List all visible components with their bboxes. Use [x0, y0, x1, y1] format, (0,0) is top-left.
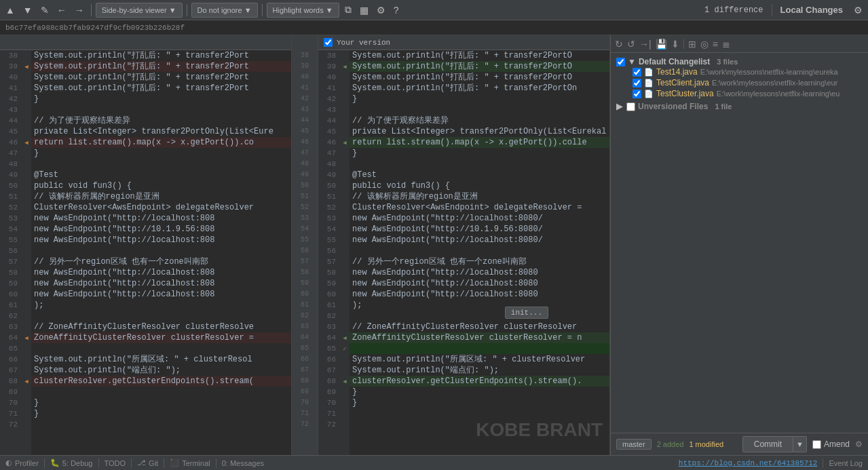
rp-undo-btn[interactable]: ↺	[626, 37, 637, 51]
help-icon-btn[interactable]: ?	[391, 4, 402, 16]
rp-save-btn[interactable]: 💾	[654, 37, 668, 51]
commit-btn-group: Commit ▼	[742, 436, 807, 452]
right-panel-checkbox[interactable]	[324, 38, 333, 47]
changelist-checkbox[interactable]	[616, 58, 625, 66]
unversioned-header[interactable]: ▶ Unversioned Files 1 file	[616, 102, 863, 111]
default-changelist-section: ▼ Default Changelist 3 files 📄 Test14.ja…	[611, 56, 868, 100]
nav-back-btn[interactable]: ←	[54, 4, 69, 16]
right-panel-header: Your version	[318, 35, 609, 50]
file2-checkbox[interactable]	[633, 79, 641, 87]
main-content: 3839404142434445464748495051525354555657…	[0, 35, 868, 455]
rp-lines1-btn[interactable]: ≡	[711, 37, 719, 51]
git-added-status: 2 added	[657, 440, 684, 448]
sb-sep4	[164, 458, 164, 468]
center-line-numbers: 3839404142434445464748495051525354555657…	[291, 35, 318, 455]
filter-icon-btn[interactable]: ⧉	[342, 3, 354, 16]
profiler-label: Profiler	[15, 459, 39, 467]
debug-btn[interactable]: 🐛 5: Debug	[50, 458, 93, 467]
url-link[interactable]: https://blog.csdn.net/641385712	[679, 459, 818, 467]
viewer-label: Side-by-side viewer	[102, 6, 167, 14]
file3-checkbox[interactable]	[633, 90, 641, 98]
default-changelist-header[interactable]: ▼ Default Changelist 3 files	[616, 57, 863, 66]
sep4	[772, 4, 772, 16]
settings-icon-btn[interactable]: ⚙	[374, 4, 388, 16]
unversioned-label: Unversioned Files	[638, 102, 708, 111]
profiler-icon: ◐	[5, 458, 12, 467]
profiler-btn[interactable]: ◐ Profiler	[5, 458, 39, 467]
highlight-dropdown-btn[interactable]: Highlight words ▼	[267, 3, 339, 18]
debug-label: 5: Debug	[62, 459, 93, 467]
local-changes-panel: ↻ ↺ →| 💾 ⬇ ⊞ ◎ ≡ ≣ ▼ Default Changelist …	[610, 35, 868, 455]
list-item[interactable]: 📄 Test14.java E:\work\mylessons\netflix-…	[627, 66, 863, 77]
status-bar: ◐ Profiler 🐛 5: Debug TODO ⎇ Git ⬛ Termi…	[0, 455, 868, 470]
unversioned-section: ▶ Unversioned Files 1 file	[611, 100, 868, 113]
file-path: b6c77efa988c8b7fab9247df9cfb0923b226b28f	[5, 24, 185, 32]
rp-eye-btn[interactable]: ◎	[699, 37, 710, 51]
changelist-files: 📄 Test14.java E:\work\mylessons\netflix-…	[616, 66, 863, 99]
nav-forward-btn[interactable]: →	[72, 4, 87, 16]
debug-icon: 🐛	[50, 458, 60, 467]
list-item[interactable]: 📄 TestClient.java E:\work\mylessons\netf…	[627, 77, 863, 88]
right-panel-toolbar: ↻ ↺ →| 💾 ⬇ ⊞ ◎ ≡ ≣	[611, 35, 868, 53]
rp-move-btn[interactable]: →|	[638, 37, 653, 51]
left-panel-header	[0, 35, 291, 50]
layout-icon-btn[interactable]: ▦	[357, 4, 371, 16]
sep2	[187, 4, 187, 16]
event-log-label: Event Log	[829, 459, 863, 467]
file1-path: E:\work\mylessons\netflix-learning\eurek…	[700, 68, 838, 76]
unversioned-checkbox[interactable]	[626, 102, 635, 111]
right-code-col: System.out.println("打乱后: " + transfer2Po…	[350, 50, 609, 455]
file3-path: E:\work\mylessons\netflix-learning\eu	[717, 90, 840, 98]
right-gutter: ◀◀◀✓◀	[340, 50, 350, 455]
java-file-icon: 📄	[644, 79, 654, 87]
ignore-chevron-icon: ▼	[244, 6, 252, 14]
main-toolbar: ▲ ▼ ✎ ← → Side-by-side viewer ▼ Do not i…	[0, 0, 868, 20]
git-btn[interactable]: ⎇ Git	[137, 458, 158, 467]
commit-button[interactable]: Commit	[742, 436, 793, 452]
file-header: b6c77efa988c8b7fab9247df9cfb0923b226b28f	[0, 20, 868, 35]
messages-label: 0: Messages	[222, 459, 264, 467]
terminal-btn[interactable]: ⬛ Terminal	[170, 458, 210, 467]
commit-dropdown-btn[interactable]: ▼	[793, 436, 807, 452]
right-code-area[interactable]: 3839404142434445464748495051525354555657…	[318, 50, 609, 455]
rp-sep1	[683, 39, 684, 49]
nav-next-btn[interactable]: ▼	[20, 4, 35, 16]
rp-refresh-btn[interactable]: ↻	[614, 37, 624, 51]
list-item[interactable]: 📄 TestCluster.java E:\work\mylessons\net…	[627, 88, 863, 99]
rp-settings-btn[interactable]: ⚙	[851, 4, 865, 16]
right-line-numbers: 3839404142434445464748495051525354555657…	[318, 50, 340, 455]
branch-badge: master	[616, 439, 652, 450]
left-gutter: ◀◀◀◀	[22, 50, 31, 455]
left-code-area[interactable]: 3839404142434445464748495051525354555657…	[0, 50, 291, 455]
file1-checkbox[interactable]	[633, 68, 641, 77]
rp-lines2-btn[interactable]: ≣	[721, 37, 732, 51]
left-diff-panel: 3839404142434445464748495051525354555657…	[0, 35, 291, 455]
amend-text: Amend	[824, 439, 850, 449]
nav-prev-btn[interactable]: ▲	[3, 4, 18, 16]
diff-count: 1 difference	[704, 5, 768, 15]
commit-bar: master 2 added 1 modified Commit ▼ Amend…	[611, 433, 868, 455]
todo-label: TODO	[105, 459, 126, 467]
amend-settings-btn[interactable]: ⚙	[855, 439, 863, 449]
changelist-label: Default Changelist	[639, 57, 710, 66]
java-file-icon: 📄	[644, 90, 654, 98]
viewer-dropdown-btn[interactable]: Side-by-side viewer ▼	[96, 3, 183, 18]
git-icon: ⎇	[137, 458, 146, 467]
event-log-btn[interactable]: Event Log	[829, 459, 863, 467]
changes-tree[interactable]: ▼ Default Changelist 3 files 📄 Test14.ja…	[611, 53, 868, 433]
ignore-label: Do not ignore	[197, 6, 242, 14]
rp-download-btn[interactable]: ⬇	[670, 37, 681, 51]
init-popup: init...	[505, 307, 548, 319]
left-line-numbers: 3839404142434445464748495051525354555657…	[0, 50, 22, 455]
terminal-label: Terminal	[182, 459, 210, 467]
rp-more1-btn[interactable]: ⊞	[687, 37, 698, 51]
changelist-arrow-icon: ▼	[628, 57, 636, 66]
amend-checkbox[interactable]	[812, 440, 821, 449]
changelist-count: 3 files	[717, 58, 738, 66]
highlight-chevron-icon: ▼	[326, 6, 333, 14]
todo-btn[interactable]: TODO	[105, 459, 126, 467]
nav-edit-btn[interactable]: ✎	[38, 4, 52, 16]
file2-name: TestClient.java	[656, 78, 709, 87]
ignore-dropdown-btn[interactable]: Do not ignore ▼	[191, 3, 258, 18]
messages-btn[interactable]: 0: Messages	[222, 459, 264, 467]
